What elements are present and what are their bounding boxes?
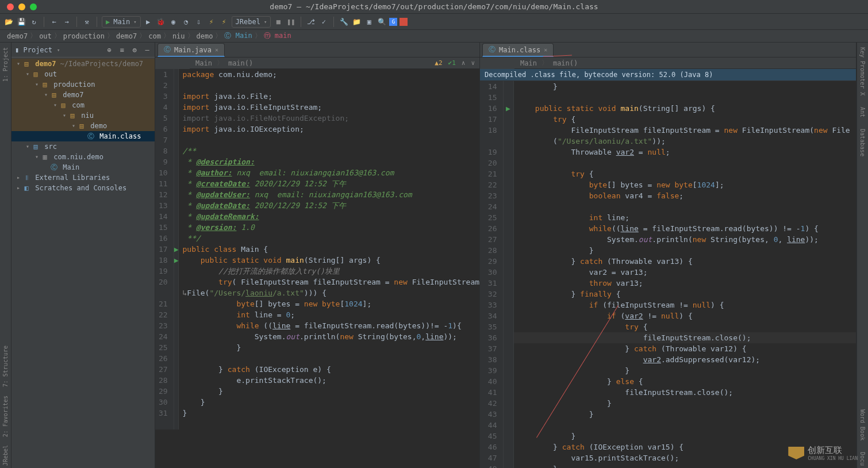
tab-main-class[interactable]: Ⓒ Main.class ✕ <box>482 43 554 57</box>
hide-icon[interactable]: — <box>143 46 151 54</box>
rail-wordbook[interactable]: Word Book <box>859 407 866 443</box>
editor-crumb-class[interactable]: Main <box>195 59 212 67</box>
hammer-icon[interactable]: ⚒ <box>82 17 92 27</box>
crumb-0[interactable]: demo7 <box>5 32 30 40</box>
jrebel-select[interactable]: JRebel ▾ <box>232 16 271 28</box>
rail-jrebel[interactable]: JRebel <box>2 443 9 468</box>
target-icon[interactable]: ⊕ <box>105 46 113 54</box>
jrebel-debug-icon[interactable]: ⚡ <box>219 17 229 27</box>
right-tool-rail: Key Promoter X Ant Database Word Book Do… <box>857 43 868 468</box>
attach-icon[interactable]: ⇩ <box>194 17 204 27</box>
rail-keypromoter[interactable]: Key Promoter X <box>859 45 866 98</box>
sync-icon[interactable]: ↻ <box>29 17 39 27</box>
debug-icon[interactable]: 🐞 <box>156 17 166 27</box>
rail-docu[interactable]: Docu <box>859 450 866 468</box>
tab-main-java[interactable]: Ⓒ Main.java ✕ <box>158 43 225 57</box>
open-icon[interactable]: 📂 <box>3 17 14 27</box>
rail-database[interactable]: Database <box>859 126 866 159</box>
close-icon[interactable]: ✕ <box>544 47 547 53</box>
editor-main-java: Ⓒ Main.java ✕ Main 〉 main() ▲2 ✔1 ∧∨ 1 <box>155 43 480 468</box>
run-config-select[interactable]: ▶ Main ▾ <box>102 16 141 28</box>
rail-favorites[interactable]: 2: Favorites <box>2 393 9 439</box>
code-right[interactable]: 14 } 15 16▶ public static void main(Stri… <box>480 81 856 468</box>
terminal-icon[interactable]: ▣ <box>364 17 374 27</box>
profiler-icon[interactable]: ◔ <box>181 17 191 27</box>
editor-crumb-class[interactable]: Main <box>520 59 537 67</box>
left-tool-rail: 1: Project 7: Structure 2: Favorites JRe… <box>0 43 11 468</box>
back-icon[interactable]: ← <box>49 17 59 27</box>
save-icon[interactable]: 💾 <box>16 17 26 27</box>
crumb-8: ⓜ main <box>262 31 294 41</box>
window-title: demo7 – ~/IdeaProjects/demo7/out/product… <box>0 2 868 11</box>
watermark-logo-icon <box>788 447 804 459</box>
code-left[interactable]: 1package com.niu.demo; 2 3import java.io… <box>155 69 479 429</box>
editor-crumb-method[interactable]: main() <box>228 59 253 67</box>
crumb-3[interactable]: demo7 <box>114 32 139 40</box>
folder-icon[interactable]: 📁 <box>351 17 362 27</box>
main-toolbar: 📂 💾 ↻ ← → ⚒ ▶ Main ▾ ▶ 🐞 ◉ ◔ ⇩ ⚡ ⚡ JRebe… <box>0 14 868 30</box>
coverage-icon[interactable]: ◉ <box>168 17 179 27</box>
close-icon[interactable]: ✕ <box>215 47 218 53</box>
pause-icon[interactable]: ❚❚ <box>286 17 296 27</box>
titlebar: demo7 – ~/IdeaProjects/demo7/out/product… <box>0 0 868 14</box>
git-branch-icon[interactable]: ⎇ <box>306 17 316 27</box>
run-config-label: Main <box>113 18 130 26</box>
wrench-icon[interactable]: 🔧 <box>339 17 349 27</box>
decompile-notice: Decompiled .class file, bytecode version… <box>480 69 856 81</box>
stop-icon[interactable]: ■ <box>273 17 283 27</box>
gear-icon[interactable]: ⚙ <box>130 46 139 54</box>
editor-main-class: Ⓒ Main.class ✕ Main 〉 main() Decompiled … <box>480 43 857 468</box>
forward-icon[interactable]: → <box>62 17 72 27</box>
run-icon[interactable]: ▶ <box>143 17 153 27</box>
rail-ant[interactable]: Ant <box>859 105 866 120</box>
jrebel-run-icon[interactable]: ⚡ <box>206 17 217 27</box>
project-tree[interactable]: ▾▤ demo7 ~/IdeaProjects/demo7 ▾▤ out ▾▤ … <box>11 57 155 468</box>
search-icon[interactable]: 🔍 <box>377 17 387 27</box>
crumb-5[interactable]: niu <box>170 32 187 40</box>
crumb-6[interactable]: demo <box>194 32 216 40</box>
watermark: 创新互联 CHUANG XIN HU LIAN <box>788 445 858 461</box>
sidebar-title: ▮ Project <box>15 46 52 54</box>
crumb-2[interactable]: production <box>61 32 107 40</box>
nav-breadcrumb: demo7〉 out〉 production〉 demo7〉 com〉 niu〉… <box>0 30 868 43</box>
crumb-1[interactable]: out <box>37 32 54 40</box>
inspection-hints[interactable]: ▲2 ✔1 ∧∨ <box>435 59 475 67</box>
crumb-4[interactable]: com <box>146 32 163 40</box>
crumb-7: Ⓒ Main <box>222 31 254 41</box>
goog-icon[interactable]: G <box>389 18 397 26</box>
jrebel-label: JRebel <box>236 18 260 26</box>
rail-project[interactable]: 1: Project <box>2 45 9 84</box>
tree-main-class: Ⓒ Main.class <box>11 131 155 141</box>
collapse-icon[interactable]: ≡ <box>118 46 126 54</box>
editor-crumb-method[interactable]: main() <box>553 59 578 67</box>
project-sidebar: ▮ Project ▾ ⊕ ≡ ⚙ — ▾▤ demo7 ~/IdeaProje… <box>11 43 155 468</box>
git-commit-icon[interactable]: ✓ <box>318 17 329 27</box>
rail-structure[interactable]: 7: Structure <box>2 343 9 389</box>
red-plugin-icon[interactable] <box>400 18 408 26</box>
